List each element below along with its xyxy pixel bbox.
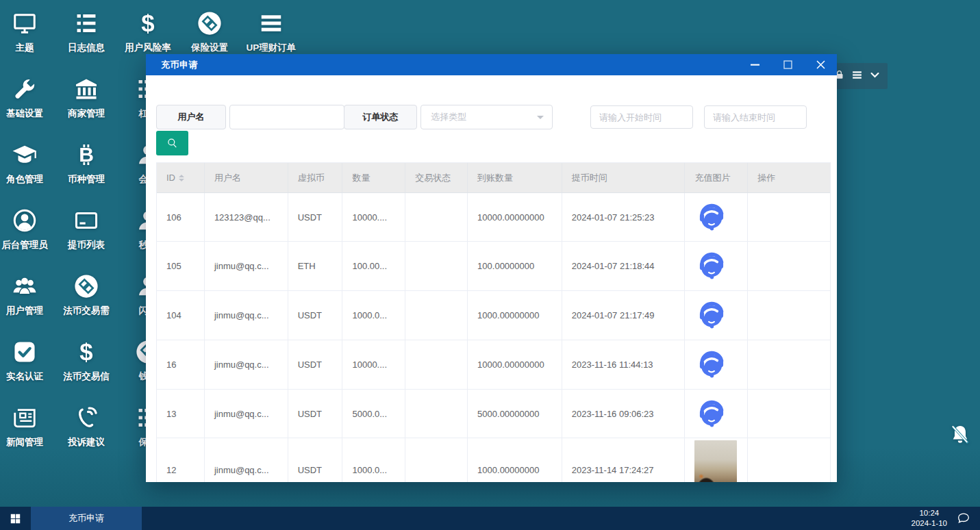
desktop-icon-basic-settings[interactable]: 基础设置: [0, 74, 55, 120]
desktop-icon-label: 法币交易信: [55, 370, 117, 383]
close-icon: [816, 60, 825, 69]
start-button[interactable]: [0, 507, 31, 530]
cell-id: 106: [157, 193, 205, 241]
desktop-icon-theme[interactable]: 主题: [0, 8, 55, 54]
desktop-icon-label: 角色管理: [0, 173, 55, 186]
windows-logo-icon: [10, 513, 21, 525]
column-header-image: 充值图片: [685, 163, 748, 192]
recharge-image-avatar[interactable]: [694, 248, 729, 284]
desktop-icon-withdraw-list[interactable]: 提币列表: [55, 205, 117, 251]
check-square-icon: [0, 337, 55, 366]
desktop-icon-backend-admin[interactable]: 后台管理员: [0, 205, 55, 251]
window-title: 充币申请: [146, 59, 198, 71]
cell-action: [748, 438, 830, 482]
cell-id: 105: [157, 242, 205, 290]
monitor-icon: [0, 8, 55, 37]
desktop-icon-label: 后台管理员: [0, 239, 55, 251]
column-label: 操作: [757, 172, 775, 184]
phone-icon: [55, 403, 117, 431]
recharge-image-avatar[interactable]: [694, 396, 729, 432]
desktop-icon-label: UP理财订单: [240, 42, 302, 54]
column-label: ID: [166, 173, 175, 183]
table-row: 105jinmu@qq.c...ETH100.00...100.00000000…: [157, 242, 830, 291]
maximize-button[interactable]: [771, 54, 804, 75]
cell-amount: 1000.0...: [342, 291, 405, 340]
order-status-select[interactable]: 选择类型: [420, 105, 553, 129]
cell-coin: USDT: [288, 291, 343, 340]
recharge-image-avatar[interactable]: [694, 297, 729, 333]
desktop-icon-label: 商家管理: [55, 108, 117, 120]
desktop-icon-user-management[interactable]: 用户管理: [0, 271, 55, 317]
taskbar-item-recharge[interactable]: 充币申请: [31, 507, 142, 530]
cell-time: 2024-01-07 21:25:23: [562, 193, 686, 241]
cell-amount: 10000....: [342, 193, 405, 241]
cell-time: 2023-11-16 11:44:13: [562, 340, 686, 389]
taskbar-clock: 10:24 2024-1-10: [912, 508, 947, 529]
cell-username: jinmu@qq.c...: [205, 438, 288, 482]
desktop-icon-merchant-management[interactable]: 商家管理: [55, 74, 117, 120]
start-time-field: [590, 105, 693, 129]
desktop-icon-label: 日志信息: [55, 42, 117, 54]
cell-image: [685, 438, 748, 482]
desktop-icon-user-risk-rate[interactable]: $用户风险率: [117, 8, 179, 54]
desktop-icon-role-management[interactable]: 角色管理: [0, 140, 55, 186]
order-status-placeholder: 选择类型: [421, 111, 466, 123]
search-button[interactable]: [156, 131, 188, 155]
column-label: 到账数量: [477, 172, 513, 184]
end-time-input[interactable]: [705, 112, 806, 123]
desktop-icon-fiat-trade-demand[interactable]: 法币交易需: [55, 271, 117, 317]
desktop-icon-fiat-trade-info[interactable]: $法币交易信: [55, 337, 117, 383]
desktop-icon-real-name-auth[interactable]: 实名认证: [0, 337, 55, 383]
column-label: 提币时间: [572, 172, 607, 184]
desktop-icon-log-info[interactable]: 日志信息: [55, 8, 117, 54]
menu-icon: [240, 8, 302, 37]
column-header-received: 到账数量: [468, 163, 562, 192]
cell-image: [685, 242, 748, 290]
cell-amount: 10000....: [342, 340, 405, 389]
minimize-button[interactable]: [738, 54, 771, 75]
svg-text:$: $: [79, 339, 92, 365]
cell-status: [405, 438, 468, 482]
chevron-down-icon: [537, 116, 544, 123]
minimize-icon: [751, 60, 759, 69]
sort-carets-icon[interactable]: [179, 172, 184, 184]
cell-id: 104: [157, 291, 205, 340]
desktop-icon-label: 投诉建议: [55, 436, 117, 449]
desktop-icon-insurance-settings[interactable]: 保险设置: [179, 8, 240, 54]
wrench-icon: [0, 74, 55, 103]
clock-date: 2024-1-10: [912, 518, 947, 529]
desktop-icon-complaints[interactable]: 投诉建议: [55, 403, 117, 449]
cell-id: 12: [157, 438, 205, 482]
recharge-image-avatar[interactable]: [694, 346, 729, 383]
cell-coin: USDT: [288, 340, 343, 389]
cell-coin: USDT: [288, 438, 343, 482]
svg-text:B: B: [79, 143, 94, 166]
window-titlebar[interactable]: 充币申请: [146, 54, 837, 75]
username-filter-group: 用户名: [156, 105, 344, 129]
desktop-icon-coin-management[interactable]: B币种管理: [55, 140, 117, 186]
table-row: 104jinmu@qq.c...USDT1000.0...1000.000000…: [157, 291, 830, 340]
cell-amount: 100.00...: [342, 242, 405, 290]
cell-image: [685, 340, 748, 389]
column-header-id[interactable]: ID: [157, 163, 205, 192]
desktop-icon-up-finance-orders[interactable]: UP理财订单: [240, 8, 302, 54]
username-input[interactable]: [230, 112, 344, 123]
desktop-icon-label: 法币交易需: [55, 305, 117, 317]
close-button[interactable]: [804, 54, 837, 75]
cell-coin: USDT: [288, 193, 343, 241]
cell-action: [748, 340, 830, 389]
menu-icon[interactable]: [851, 69, 863, 84]
desktop-icon-news-management[interactable]: 新闻管理: [0, 403, 55, 449]
credit-card-icon: [55, 205, 117, 234]
recharge-image-avatar[interactable]: [694, 199, 729, 236]
chevron-down-icon[interactable]: [869, 69, 881, 84]
chat-button[interactable]: [957, 512, 970, 525]
cell-amount: 1000.0...: [342, 438, 405, 482]
column-label: 交易状态: [415, 172, 451, 184]
bell-muted-icon[interactable]: [948, 423, 972, 449]
username-label: 用户名: [156, 105, 226, 129]
start-time-input[interactable]: [591, 112, 692, 123]
recharge-image-photo[interactable]: [694, 440, 737, 483]
cell-received: 10000.00000000: [468, 340, 562, 389]
cell-time: 2024-01-07 21:18:44: [562, 242, 686, 290]
